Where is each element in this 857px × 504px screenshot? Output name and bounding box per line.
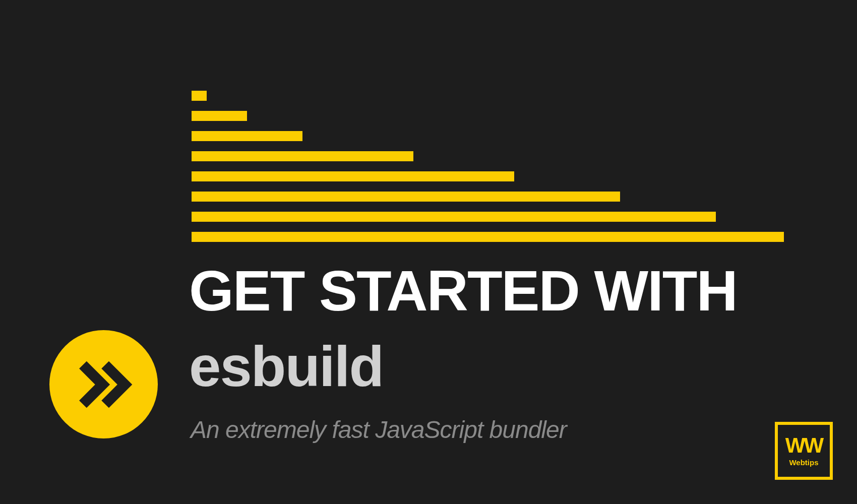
logo-mark: WW — [785, 435, 822, 456]
bar — [192, 232, 784, 242]
tagline: An extremely fast JavaScript bundler — [191, 416, 567, 444]
webtips-logo: WW Webtips — [775, 422, 833, 480]
bar-chart-graphic — [192, 91, 784, 242]
bar — [192, 212, 716, 222]
fast-forward-icon — [49, 330, 158, 438]
bar — [192, 111, 247, 121]
bar — [192, 131, 302, 141]
logo-label: Webtips — [789, 458, 818, 467]
bar — [192, 151, 413, 161]
bar — [192, 171, 514, 181]
bar — [192, 192, 620, 202]
headline: GET STARTED WITH — [189, 262, 737, 320]
bar — [192, 91, 207, 101]
subhead: esbuild — [189, 338, 383, 395]
